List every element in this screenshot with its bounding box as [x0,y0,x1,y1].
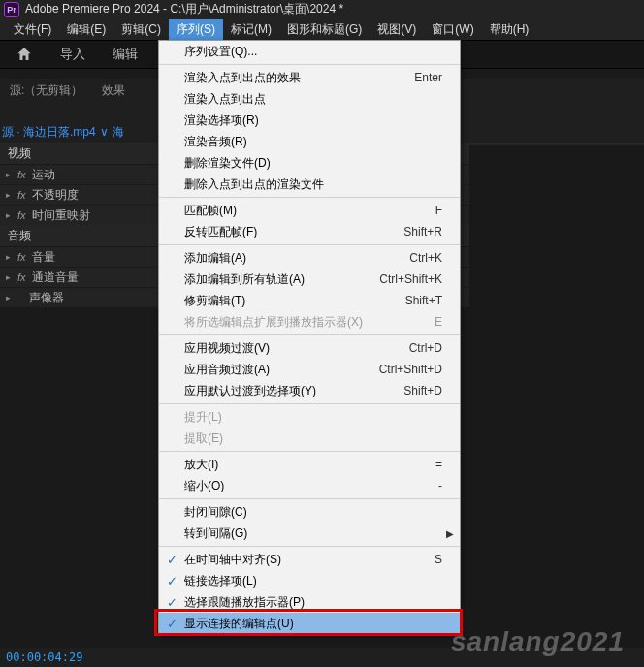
effects-panel-tab[interactable]: 效果 [102,82,125,99]
source-panel-tab[interactable]: 源:（无剪辑） [10,82,82,99]
menu-item[interactable]: ✓在时间轴中对齐(S)S [159,549,460,570]
property-label: 运动 [32,167,55,183]
menu-item: 提取(E) [159,428,460,449]
menu-item[interactable]: 视图(V) [370,19,424,40]
check-icon: ✓ [159,574,184,588]
fx-badge: fx [17,189,26,201]
menu-item[interactable]: 删除入点到出点的渲染文件 [159,174,460,195]
menu-item[interactable]: 窗口(W) [424,19,481,40]
menu-item-label: 渲染入点到出点 [184,91,442,108]
menu-item-label: 渲染选择项(R) [184,112,442,129]
menu-item[interactable]: 渲染入点到出点的效果Enter [159,67,460,88]
menu-item[interactable]: 图形和标题(G) [279,19,370,40]
menu-separator [159,244,460,245]
edit-tab[interactable]: 编辑 [113,46,138,63]
sequence-name: 海 [113,124,124,141]
fx-badge: fx [17,169,26,180]
menu-item-label: 序列设置(Q)... [184,44,442,60]
menu-item-label: 将所选编辑点扩展到播放指示器(X) [184,314,435,331]
menu-item-label: 修剪编辑(T) [184,293,405,309]
menu-item-label: 添加编辑(A) [184,250,409,267]
menu-item[interactable]: 添加编辑到所有轨道(A)Ctrl+Shift+K [159,269,460,290]
menu-item[interactable]: 转到间隔(G)▶ [159,523,460,544]
check-icon: ✓ [159,595,184,610]
menu-item[interactable]: 封闭间隙(C) [159,501,460,523]
menu-item[interactable]: 帮助(H) [482,19,537,40]
expand-icon[interactable]: ▸ [6,252,17,262]
menu-item-label: 应用视频过渡(V) [184,340,409,357]
menu-item[interactable]: 应用默认过渡到选择项(Y)Shift+D [159,380,460,401]
menu-item[interactable]: 缩小(O)- [159,475,460,496]
expand-icon[interactable]: ▸ [6,272,17,282]
menu-item[interactable]: 应用音频过渡(A)Ctrl+Shift+D [159,359,460,380]
menu-separator [159,451,460,452]
chevron-down-icon: ∨ [100,125,109,139]
menu-item-shortcut: Ctrl+K [409,251,442,265]
menu-separator [159,403,460,404]
menu-item-label: 显示连接的编辑点(U) [184,616,442,632]
menu-item[interactable]: 序列设置(Q)... [159,41,460,62]
check-icon: ✓ [159,553,184,567]
menu-item[interactable]: 删除渲染文件(D) [159,152,460,174]
titlebar: Pr Adobe Premiere Pro 2024 - C:\用户\Admin… [0,0,644,18]
menu-item[interactable]: 添加编辑(A)Ctrl+K [159,247,460,269]
menu-item[interactable]: 文件(F) [6,19,59,40]
menu-item[interactable]: 渲染入点到出点 [159,88,460,110]
menu-item-label: 应用音频过渡(A) [184,362,379,378]
expand-icon[interactable]: ▸ [6,190,17,200]
menu-item[interactable]: 放大(I)= [159,454,460,475]
menu-item[interactable]: 应用视频过渡(V)Ctrl+D [159,337,460,359]
menu-item-label: 链接选择项(L) [184,573,442,589]
menu-item-label: 在时间轴中对齐(S) [184,552,435,568]
menu-item-shortcut: Shift+D [403,384,442,397]
menu-item-shortcut: Ctrl+Shift+D [379,363,442,376]
menu-item-shortcut: F [435,204,442,217]
source-clip-name: 源 · 海边日落.mp4 [2,124,96,141]
sequence-menu: 序列设置(Q)...渲染入点到出点的效果Enter渲染入点到出点渲染选择项(R)… [158,40,461,635]
menu-separator [159,197,460,198]
menu-separator [159,64,460,65]
fx-badge: fx [17,251,26,263]
menu-item-label: 提升(L) [184,409,442,426]
menu-item-label: 转到间隔(G) [184,525,442,542]
section-label: 音频 [8,228,31,244]
menu-item[interactable]: 渲染音频(R) [159,131,460,152]
property-label: 音量 [32,249,55,266]
menu-item-shortcut: Shift+T [405,294,442,307]
menu-item[interactable]: 编辑(E) [59,19,113,40]
import-tab[interactable]: 导入 [60,46,85,63]
section-label: 视频 [8,145,31,162]
menu-item[interactable]: 反转匹配帧(F)Shift+R [159,221,460,242]
menu-item[interactable]: 修剪编辑(T)Shift+T [159,290,460,311]
app-logo: Pr [4,2,19,17]
menu-item[interactable]: ✓选择跟随播放指示器(P) [159,591,460,613]
property-label: 时间重映射 [32,207,90,224]
home-icon[interactable] [16,46,33,63]
menu-item[interactable]: ✓显示连接的编辑点(U) [159,613,460,634]
menu-item[interactable]: 标记(M) [223,19,279,40]
menu-item-label: 添加编辑到所有轨道(A) [184,271,379,288]
fx-badge [17,292,23,303]
menu-separator [159,334,460,335]
menu-item: 将所选编辑点扩展到播放指示器(X)E [159,311,460,333]
menu-item[interactable]: 剪辑(C) [113,19,169,40]
property-label: 声像器 [29,290,64,306]
expand-icon[interactable]: ▸ [6,170,17,179]
menu-item-label: 匹配帧(M) [184,203,435,219]
expand-icon[interactable]: ▸ [6,293,17,302]
timecode[interactable]: 00:00:04:29 [6,651,82,664]
status-bar: 00:00:04:29 [0,648,644,667]
expand-icon[interactable]: ▸ [6,210,17,220]
menu-item[interactable]: 匹配帧(M)F [159,200,460,221]
menu-item-label: 渲染音频(R) [184,134,442,150]
menu-item[interactable]: ✓链接选择项(L) [159,570,460,591]
menu-item-label: 渲染入点到出点的效果 [184,70,414,86]
check-icon: ✓ [159,617,184,631]
menu-item[interactable]: 序列(S) [169,19,223,40]
menu-item-label: 放大(I) [184,457,435,473]
menu-item-shortcut: Shift+R [403,225,442,238]
menu-item-shortcut: E [435,315,442,329]
menu-item: 提升(L) [159,406,460,428]
menu-item[interactable]: 渲染选择项(R) [159,110,460,131]
menu-item-shortcut: S [435,553,442,566]
